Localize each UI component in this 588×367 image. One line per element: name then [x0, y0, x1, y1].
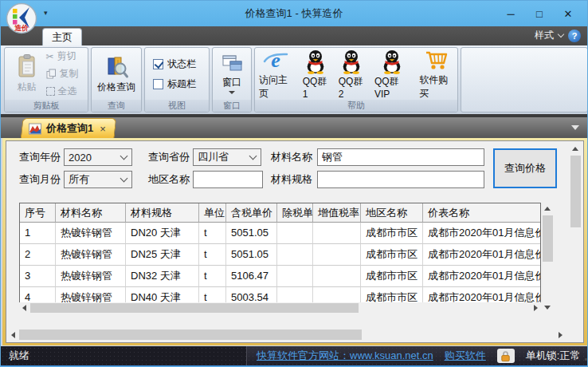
window-menu-label: 窗口	[222, 76, 241, 89]
year-combobox[interactable]: 2020	[64, 148, 132, 166]
qq-penguin-icon	[304, 49, 327, 74]
cut-button[interactable]: ✂ 剪切	[44, 49, 81, 64]
table-row[interactable]: 2热镀锌钢管DN25 天津t5051.05成都市市区成都市2020年01月信息价	[20, 244, 541, 266]
visit-homepage-button[interactable]: e 访问主页	[255, 45, 297, 102]
table-header-row: 序号材料名称材料规格单位含税单价除税单件增值税率地区名称价表名称	[20, 203, 541, 223]
table-header-cell[interactable]: 除税单件	[277, 203, 313, 223]
ribbon-group-clipboard: 粘贴 ✂ 剪切 复制	[4, 47, 88, 112]
table-vscroll-thumb[interactable]	[543, 215, 553, 262]
query-price-button[interactable]: 查询价格	[493, 148, 557, 188]
window-group-label: 窗口	[213, 100, 251, 112]
scroll-left-icon[interactable]	[22, 305, 26, 311]
month-combobox[interactable]: 所有	[64, 171, 132, 188]
scroll-up-icon[interactable]	[544, 207, 551, 211]
status-bar: 就绪 快算软件官方网站：www.ksuan.net.cn 购买软件 单机锁:正常	[1, 346, 587, 365]
ribbon-group-help: e 访问主页	[254, 47, 458, 112]
table-cell: 5106.47	[226, 266, 277, 287]
table-header-cell[interactable]: 材料名称	[56, 203, 126, 223]
buy-software-button[interactable]: 软件购买	[415, 45, 457, 102]
material-name-input[interactable]	[317, 148, 484, 166]
table-cell: 2	[20, 244, 56, 266]
results-table: 序号材料名称材料规格单位含税单价除税单件增值税率地区名称价表名称1热镀锌钢管DN…	[19, 203, 541, 313]
table-header-cell[interactable]: 价表名称	[423, 203, 541, 223]
title-bar: ▾ 价格查询1 - 快算造价 ─ □ ✕	[1, 1, 587, 26]
style-menu[interactable]: 样式	[535, 29, 554, 42]
table-cell: t	[199, 244, 226, 266]
table-header-cell[interactable]: 序号	[20, 203, 56, 223]
query-panel: 查询年份 2020 查询省份 四川省 材料名称 查询月份 所有 地区名称 材料规…	[6, 140, 584, 343]
chevron-down-icon	[120, 152, 128, 160]
tab-list-arrow-icon[interactable]	[571, 125, 579, 130]
year-value: 2020	[69, 152, 92, 164]
province-label: 查询省份	[148, 148, 190, 166]
table-cell: t	[199, 223, 226, 244]
scroll-right-icon[interactable]	[534, 305, 538, 311]
price-query-button[interactable]: 价格查询	[94, 52, 139, 96]
table-cell	[277, 244, 313, 266]
table-cell: 成都市2020年01月信息价	[423, 223, 541, 244]
table-header-cell[interactable]: 含税单价	[226, 203, 277, 223]
visit-homepage-label: 访问主页	[259, 73, 293, 101]
table-cell: DN20 天津	[126, 223, 199, 244]
ribbon-group-view: 状态栏 标题栏 视图	[144, 47, 210, 112]
app-menu-button[interactable]: 造价	[6, 2, 37, 34]
table-row[interactable]: 1热镀锌钢管DN20 天津t5051.05成都市市区成都市2020年01月信息价	[20, 223, 541, 244]
buy-software-link[interactable]: 购买软件	[445, 349, 486, 363]
table-cell: 5051.05	[226, 244, 277, 266]
province-combobox[interactable]: 四川省	[193, 148, 261, 166]
select-all-button[interactable]: 全选	[44, 84, 81, 99]
status-right-section: 快算软件官方网站：www.ksuan.net.cn 购买软件 单机锁:正常	[246, 346, 588, 365]
table-cell: 3	[20, 266, 56, 287]
paste-button[interactable]: 粘贴	[12, 52, 42, 96]
chevron-down-icon[interactable]	[558, 31, 564, 37]
panel-vertical-scrollbar[interactable]	[569, 143, 582, 315]
ribbon: 粘贴 ✂ 剪切 复制	[1, 45, 587, 114]
panel-hscroll-thumb[interactable]	[19, 330, 362, 340]
table-header-cell[interactable]: 材料规格	[126, 203, 199, 223]
table-header-cell[interactable]: 增值税率	[313, 203, 361, 223]
table-vertical-scrollbar[interactable]	[541, 203, 555, 314]
table-header-cell[interactable]: 地区名称	[361, 203, 423, 223]
copy-button[interactable]: 复制	[44, 66, 81, 81]
qq-group2-button[interactable]: QQ群2	[335, 47, 369, 101]
ribbon-group-empty	[461, 47, 588, 112]
title-bar-checkbox[interactable]	[153, 79, 163, 89]
qq-group-vip-button[interactable]: QQ群VIP	[370, 47, 414, 101]
scroll-right-icon[interactable]	[559, 332, 563, 338]
material-name-label: 材料名称	[271, 148, 312, 166]
panel-horizontal-scrollbar[interactable]	[8, 329, 566, 341]
window-menu-button[interactable]: 窗口	[217, 52, 247, 96]
table-header-cell[interactable]: 单位	[199, 203, 226, 223]
table-cell: 成都市市区	[361, 223, 423, 244]
panel-vscroll-thumb[interactable]	[570, 156, 581, 227]
help-group-label: 帮助	[255, 100, 457, 112]
quick-access-arrow-icon[interactable]: ▾	[44, 9, 48, 17]
year-label: 查询年份	[19, 148, 61, 166]
material-spec-input[interactable]	[317, 171, 484, 188]
clipboard-group-label: 剪贴板	[5, 100, 88, 112]
tab-price-query[interactable]: 价格查询1 ×	[21, 118, 117, 138]
official-website-link[interactable]: 快算软件官方网站：www.ksuan.net.cn	[257, 349, 433, 363]
table-cell: 成都市2020年01月信息价	[423, 266, 541, 287]
table-cell	[313, 266, 361, 287]
scroll-left-icon[interactable]	[11, 332, 15, 338]
select-all-icon	[46, 87, 55, 96]
help-icon[interactable]: ?	[568, 30, 581, 42]
close-button[interactable]: ✕	[554, 4, 582, 23]
scroll-up-icon[interactable]	[572, 147, 578, 151]
status-bar-checkbox[interactable]	[153, 59, 163, 69]
region-input[interactable]	[193, 171, 263, 188]
qq-group1-button[interactable]: QQ群1	[299, 47, 333, 101]
table-row[interactable]: 3热镀锌钢管DN32 天津t5106.47成都市市区成都市2020年01月信息价	[20, 266, 541, 287]
chevron-down-icon	[120, 175, 128, 183]
minimize-button[interactable]: ─	[496, 4, 525, 23]
lock-badge	[497, 349, 515, 363]
tab-home[interactable]: 主页	[42, 28, 82, 45]
table-hscroll-thumb[interactable]	[30, 303, 359, 313]
doc-tab-close-icon[interactable]: ×	[98, 123, 108, 135]
maximize-button[interactable]: □	[525, 4, 554, 23]
table-horizontal-scrollbar[interactable]	[19, 302, 541, 314]
table-cell: 热镀锌钢管	[56, 223, 126, 244]
scroll-down-icon[interactable]	[544, 306, 551, 310]
table-cell	[313, 244, 361, 266]
